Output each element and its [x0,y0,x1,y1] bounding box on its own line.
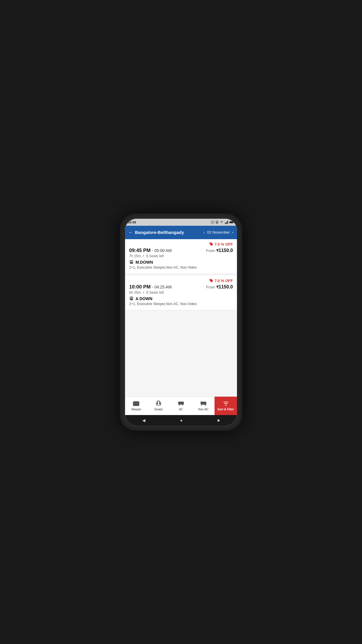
android-recents-button[interactable]: ■ [217,418,219,423]
time-price-row-2: 10:00 PM - 04:25 AM From ₹1150.0 [129,284,233,290]
bus-card-1[interactable]: 7.0 % OFF 09:45 PM - 05:00 AM From ₹1150… [125,239,237,274]
discount-text-1: 7.0 % OFF [215,242,233,246]
duration-seats-2: 6h 25m • 8 Seats left [129,290,233,295]
svg-rect-11 [134,402,136,404]
page-title: Bangalore-Belthangady [135,230,203,235]
bus-card-2[interactable]: 7.0 % OFF 10:00 PM - 04:25 AM From ₹1150… [125,276,237,310]
bus-type-2: 2+1, Executive Sleeper,Non-AC, Non-Video [129,302,233,306]
ac-icon [178,400,184,407]
svg-rect-14 [178,402,184,405]
status-time: 10:06 [128,220,136,224]
seater-icon [155,400,162,407]
nav-label-ac: AC [179,408,183,411]
signal-icon [225,220,228,224]
discount-text-2: 7.0 % OFF [215,279,233,283]
arrival-time-1: - 05:00 AM [152,248,172,253]
nav-item-seater[interactable]: Seater [147,397,170,415]
tag-icon-1 [209,242,213,246]
card-top-row-1: 7.0 % OFF [129,242,233,246]
empty-space [125,312,237,396]
nav-item-non-ac[interactable]: Non-AC [192,397,215,415]
current-date: 02 November [207,230,230,235]
arrival-time-2: - 04:25 AM [152,285,172,289]
phone-screen: 10:06 [125,219,237,426]
price-info-2: From ₹1150.0 [206,284,233,290]
price-from-2: From [206,285,215,289]
sleeper-icon [133,400,139,407]
nav-label-non-ac: Non-AC [198,408,209,411]
price-amount-1: ₹1150.0 [216,248,233,253]
discount-badge-1: 7.0 % OFF [209,242,233,246]
status-icons [211,220,234,224]
clock-icon [211,220,214,224]
svg-rect-5 [227,221,227,224]
bus-name-row-2: A DOWN [129,296,233,301]
nav-label-seater: Seater [154,408,163,411]
bus-name-2: A DOWN [136,296,152,301]
bus-name-row-1: M.DOWN [129,260,233,265]
departure-time-2: 10:00 PM [129,284,151,290]
svg-rect-2 [217,222,218,223]
back-button[interactable]: ← [129,230,133,235]
svg-line-16 [182,405,183,406]
bus-icon-2 [129,296,134,301]
nav-label-sleeper: Sleeper [131,408,141,411]
time-info-1: 09:45 PM - 05:00 AM [129,248,172,253]
price-amount-2: ₹1150.0 [216,284,233,289]
departure-time-1: 09:45 PM [129,248,151,253]
seats-left-1: 6 Seats left [146,254,164,258]
sim-icon [215,220,219,224]
nav-item-ac[interactable]: AC [170,397,192,415]
tag-icon-2 [209,279,213,283]
date-navigation: ‹ 02 November › [203,230,233,235]
next-date-button[interactable]: › [232,230,233,235]
svg-line-15 [179,405,180,406]
svg-rect-3 [225,223,226,224]
bus-icon-1 [129,260,134,265]
nav-item-sort-filter[interactable]: Sort & Filter [215,397,237,415]
app-header: ← Bangalore-Belthangady ‹ 02 November › [125,226,237,239]
android-home-button[interactable]: ● [180,418,182,423]
bus-list: 7.0 % OFF 09:45 PM - 05:00 AM From ₹1150… [125,239,237,396]
bus-type-1: 2+1, Executive Sleeper,Non-AC, Non-Video [129,265,233,270]
price-info-1: From ₹1150.0 [206,248,233,253]
time-info-2: 10:00 PM - 04:25 AM [129,284,172,290]
prev-date-button[interactable]: ‹ [203,230,205,235]
wifi-icon [220,221,224,224]
duration-1: 7h 15m [129,254,141,258]
seats-left-2: 8 Seats left [146,290,164,295]
nav-item-sleeper[interactable]: Sleeper [125,397,147,415]
bottom-nav: Sleeper Seater [125,396,237,415]
sort-filter-icon [223,400,229,407]
nav-label-sort-filter: Sort & Filter [217,408,234,411]
non-ac-icon [200,400,207,407]
svg-rect-6 [228,220,228,224]
svg-rect-9 [230,221,233,223]
card-top-row-2: 7.0 % OFF [129,279,233,283]
android-back-button[interactable]: ◀ [142,418,145,423]
svg-point-18 [179,403,180,404]
time-price-row-1: 09:45 PM - 05:00 AM From ₹1150.0 [129,248,233,253]
svg-rect-4 [226,222,226,224]
bus-name-1: M.DOWN [136,260,153,265]
svg-rect-8 [233,222,234,223]
battery-icon [229,221,234,224]
status-bar: 10:06 [125,219,237,226]
svg-rect-12 [136,402,138,404]
price-from-1: From [206,249,215,253]
duration-seats-1: 7h 15m • 6 Seats left [129,254,233,258]
discount-badge-2: 7.0 % OFF [209,279,233,283]
svg-line-20 [201,405,202,406]
phone-frame: 10:06 [120,214,242,431]
android-nav-bar: ◀ ● ■ [125,415,237,426]
duration-2: 6h 25m [129,290,141,295]
